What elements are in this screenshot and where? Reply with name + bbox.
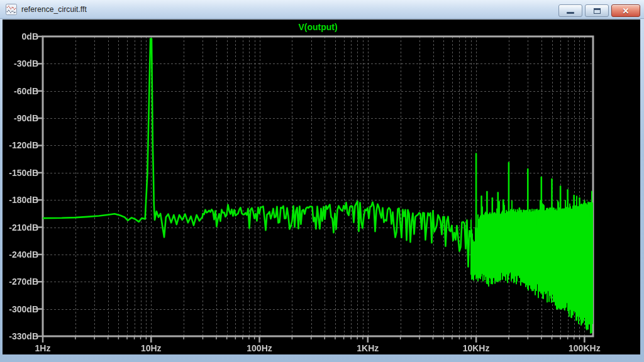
y-tick-label: -30dB <box>3 58 38 69</box>
y-tick-label: -210dB <box>3 222 38 233</box>
x-tick-label: 10Hz <box>125 343 177 354</box>
y-tick-label: -60dB <box>3 85 38 97</box>
x-tick-label: 10KHz <box>450 343 502 354</box>
window-title: reference_circuit.fft <box>21 5 87 14</box>
y-tick-label: -270dB <box>3 276 38 287</box>
x-tick-label: 1KHz <box>341 343 394 354</box>
y-tick-label: -240dB <box>3 249 38 260</box>
y-tick-label: -330dB <box>3 331 38 342</box>
y-tick-label: -150dB <box>3 167 38 178</box>
close-icon: ✕ <box>623 7 630 15</box>
x-tick-label: 100KHz <box>558 343 611 354</box>
y-tick-label: -300dB <box>3 304 38 315</box>
y-tick-label: -120dB <box>3 140 38 151</box>
minimize-icon <box>567 12 574 14</box>
maximize-button[interactable] <box>585 4 609 17</box>
ltspice-window: reference_circuit.fft ✕ V(output) 0dB-30… <box>0 0 644 362</box>
close-button[interactable]: ✕ <box>611 4 640 17</box>
fft-plot-canvas[interactable] <box>3 19 640 354</box>
y-tick-label: -90dB <box>3 112 38 124</box>
y-tick-label: -180dB <box>3 194 38 206</box>
fft-document-icon <box>5 3 18 16</box>
trace-label[interactable]: V(output) <box>43 22 593 33</box>
y-tick-label: 0dB <box>3 31 38 42</box>
maximize-icon <box>594 8 601 14</box>
window-titlebar[interactable]: reference_circuit.fft ✕ <box>0 0 644 19</box>
minimize-button[interactable] <box>558 4 582 17</box>
plot-client-area: V(output) 0dB-30dB-60dB-90dB-120dB-150dB… <box>3 19 640 354</box>
x-tick-label: 100Hz <box>233 343 286 354</box>
window-controls: ✕ <box>558 4 640 17</box>
x-tick-label: 1Hz <box>16 343 69 354</box>
